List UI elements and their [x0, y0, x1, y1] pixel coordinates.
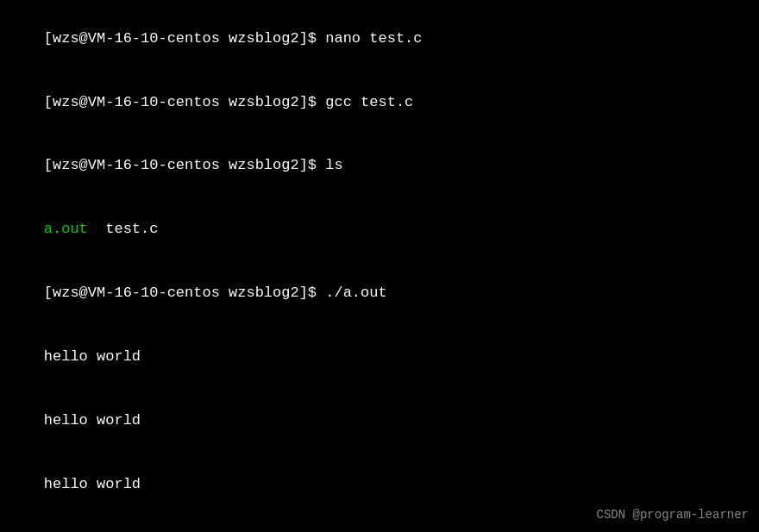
output-text: hello world — [44, 348, 141, 365]
watermark: CSDN @program-learner — [597, 508, 749, 522]
output-line: hello world — [9, 326, 750, 390]
prompt-text: [wzs@VM-16-10-centos wzsblog2]$ ./a.out — [44, 285, 387, 301]
prompt-text: [wzs@VM-16-10-centos wzsblog2]$ ls — [44, 157, 343, 173]
terminal: [wzs@VM-16-10-centos wzsblog2]$ nano tes… — [0, 0, 759, 532]
terminal-line: [wzs@VM-16-10-centos wzsblog2]$ gcc test… — [9, 71, 750, 135]
output-line: hello world — [9, 390, 750, 454]
ls-file: test.c — [88, 221, 159, 237]
ls-executable: a.out — [44, 221, 88, 237]
ls-output-line: a.out test.c — [9, 198, 750, 262]
output-text: hello world — [44, 412, 141, 429]
prompt-text: [wzs@VM-16-10-centos wzsblog2]$ nano tes… — [44, 30, 423, 47]
terminal-line: [wzs@VM-16-10-centos wzsblog2]$ nano tes… — [9, 7, 750, 71]
terminal-line: [wzs@VM-16-10-centos wzsblog2]$ ./a.out — [9, 262, 750, 326]
prompt-text: [wzs@VM-16-10-centos wzsblog2]$ gcc test… — [44, 94, 413, 110]
output-text: hello world — [44, 476, 141, 492]
terminal-line: [wzs@VM-16-10-centos wzsblog2]$ ls — [9, 135, 750, 198]
